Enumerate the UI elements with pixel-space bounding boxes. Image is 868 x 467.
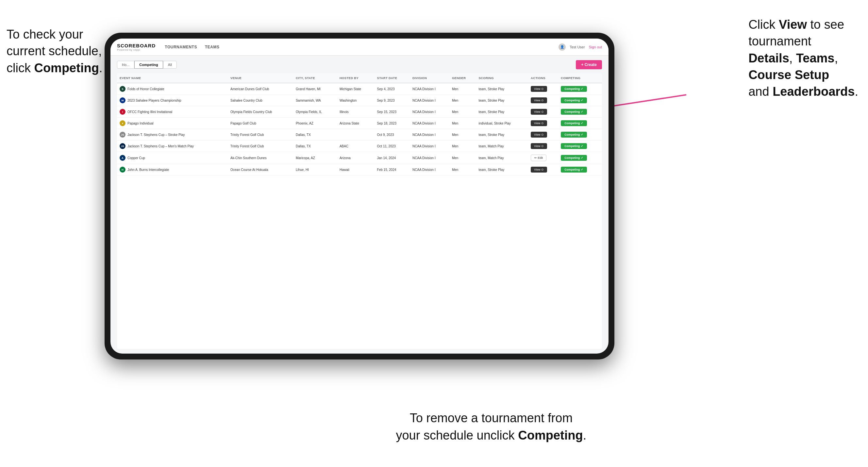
- competing-button[interactable]: Competing ✓: [561, 109, 587, 115]
- filter-tab-competing[interactable]: Competing: [134, 61, 163, 69]
- tournaments-table: EVENT NAME VENUE CITY, STATE HOSTED BY S…: [117, 73, 602, 176]
- hosted-by-cell: [337, 129, 374, 141]
- competing-cell: Competing ✓: [558, 152, 602, 164]
- division-cell: NCAA Division I: [410, 152, 450, 164]
- actions-cell: View ⊙: [528, 164, 558, 176]
- annotation-top-right: Click View to seetournamentDetails, Team…: [748, 16, 858, 100]
- venue-cell: Ak-Chin Southern Dunes: [228, 152, 293, 164]
- nav-teams[interactable]: TEAMS: [205, 45, 220, 49]
- annotation-tr-text: Click View to seetournamentDetails, Team…: [748, 18, 858, 98]
- actions-cell: View ⊙: [528, 106, 558, 118]
- event-name-cell: A Copper Cup: [117, 152, 228, 164]
- start-date-cell: Feb 15, 2024: [374, 164, 410, 176]
- gender-cell: Men: [450, 129, 476, 141]
- venue-cell: Ocean Course At Hokuala: [228, 164, 293, 176]
- competing-button[interactable]: Competing ✓: [561, 120, 587, 126]
- city-state-cell: Lihue, HI: [293, 164, 337, 176]
- city-state-cell: Maricopa, AZ: [293, 152, 337, 164]
- venue-cell: American Dunes Golf Club: [228, 83, 293, 95]
- hosted-by-cell: Washington: [337, 95, 374, 106]
- table-container: EVENT NAME VENUE CITY, STATE HOSTED BY S…: [117, 73, 602, 349]
- event-name-cell: JS Jackson T. Stephens Cup – Men's Match…: [117, 141, 228, 152]
- view-button[interactable]: View ⊙: [531, 97, 547, 103]
- create-button[interactable]: + Create: [576, 60, 602, 69]
- event-name-text: Jackson T. Stephens Cup – Men's Match Pl…: [127, 145, 194, 148]
- competing-button[interactable]: Competing ✓: [561, 143, 587, 149]
- col-city-state: CITY, STATE: [293, 73, 337, 83]
- table-row: S Folds of Honor Collegiate American Dun…: [117, 83, 602, 95]
- hosted-by-cell: Illinois: [337, 106, 374, 118]
- start-date-cell: Oct 11, 2023: [374, 141, 410, 152]
- edit-button[interactable]: ✏ Edit: [531, 155, 547, 161]
- table-row: W 2023 Sahalee Players Championship Saha…: [117, 95, 602, 106]
- city-state-cell: Phoenix, AZ: [293, 118, 337, 129]
- view-button[interactable]: View ⊙: [531, 86, 547, 92]
- main-content: Ho... Competing All + Create EVENT NAME …: [111, 56, 609, 353]
- view-button[interactable]: View ⊙: [531, 167, 547, 173]
- annotation-tl-text: To check yourcurrent schedule,click Comp…: [6, 27, 102, 75]
- col-scoring: SCORING: [476, 73, 528, 83]
- user-icon: 👤: [559, 43, 566, 51]
- col-event-name: EVENT NAME: [117, 73, 228, 83]
- start-date-cell: Sep 9, 2023: [374, 95, 410, 106]
- division-cell: NCAA Division I: [410, 106, 450, 118]
- tablet-screen: SCOREBOARD Powered by clippi TOURNAMENTS…: [111, 38, 609, 353]
- competing-button[interactable]: Competing ✓: [561, 155, 587, 161]
- competing-cell: Competing ✓: [558, 118, 602, 129]
- competing-button[interactable]: Competing ✓: [561, 167, 587, 173]
- tablet: SCOREBOARD Powered by clippi TOURNAMENTS…: [104, 33, 614, 360]
- filter-tab-all[interactable]: All: [163, 61, 177, 69]
- event-name-text: Folds of Honor Collegiate: [127, 87, 164, 91]
- view-button[interactable]: View ⊙: [531, 143, 547, 149]
- table-row: A Copper Cup Ak-Chin Southern DunesMaric…: [117, 152, 602, 164]
- hosted-by-cell: Arizona State: [337, 118, 374, 129]
- city-state-cell: Dallas, TX: [293, 141, 337, 152]
- scoring-cell: team, Stroke Play: [476, 129, 528, 141]
- division-cell: NCAA Division I: [410, 95, 450, 106]
- annotation-top-left: To check yourcurrent schedule,click Comp…: [6, 26, 102, 76]
- city-state-cell: Dallas, TX: [293, 129, 337, 141]
- competing-cell: Competing ✓: [558, 95, 602, 106]
- filter-tabs: Ho... Competing All: [117, 61, 177, 69]
- actions-cell: View ⊙: [528, 141, 558, 152]
- division-cell: NCAA Division I: [410, 164, 450, 176]
- gender-cell: Men: [450, 141, 476, 152]
- competing-cell: Competing ✓: [558, 141, 602, 152]
- table-row: I OFCC Fighting Illini Invitational Olym…: [117, 106, 602, 118]
- view-button[interactable]: View ⊙: [531, 109, 547, 115]
- nav-user: 👤 Test User Sign out: [559, 43, 602, 51]
- nav-tournaments[interactable]: TOURNAMENTS: [165, 45, 197, 49]
- scoring-cell: team, Stroke Play: [476, 83, 528, 95]
- gender-cell: Men: [450, 83, 476, 95]
- team-logo: ♦: [120, 120, 125, 126]
- event-name-text: Papago Individual: [127, 122, 154, 125]
- filter-bar: Ho... Competing All + Create: [117, 60, 602, 69]
- team-logo: A: [120, 155, 125, 161]
- view-button[interactable]: View ⊙: [531, 132, 547, 137]
- col-actions: ACTIONS: [528, 73, 558, 83]
- competing-button[interactable]: Competing ✓: [561, 86, 587, 92]
- start-date-cell: Sep 4, 2023: [374, 83, 410, 95]
- sign-out-link[interactable]: Sign out: [589, 45, 602, 49]
- event-name-text: 2023 Sahalee Players Championship: [127, 99, 181, 102]
- filter-tab-home[interactable]: Ho...: [117, 61, 134, 69]
- col-division: DIVISION: [410, 73, 450, 83]
- city-state-cell: Olympia Fields, IL: [293, 106, 337, 118]
- event-name-cell: I OFCC Fighting Illini Invitational: [117, 106, 228, 118]
- gender-cell: Men: [450, 106, 476, 118]
- hosted-by-cell: ABAC: [337, 141, 374, 152]
- venue-cell: Olympia Fields Country Club: [228, 106, 293, 118]
- table-row: ♦ Papago Individual Papago Golf ClubPhoe…: [117, 118, 602, 129]
- competing-button[interactable]: Competing ✓: [561, 97, 587, 103]
- scoring-cell: team, Match Play: [476, 141, 528, 152]
- start-date-cell: Sep 15, 2023: [374, 106, 410, 118]
- city-state-cell: Sammamish, WA: [293, 95, 337, 106]
- view-button[interactable]: View ⊙: [531, 120, 547, 126]
- competing-button[interactable]: Competing ✓: [561, 132, 587, 137]
- hosted-by-cell: Michigan State: [337, 83, 374, 95]
- competing-cell: Competing ✓: [558, 106, 602, 118]
- hosted-by-cell: Hawaii: [337, 164, 374, 176]
- table-row: JS Jackson T. Stephens Cup – Men's Match…: [117, 141, 602, 152]
- event-name-cell: ♦ Papago Individual: [117, 118, 228, 129]
- event-name-cell: S Folds of Honor Collegiate: [117, 83, 228, 95]
